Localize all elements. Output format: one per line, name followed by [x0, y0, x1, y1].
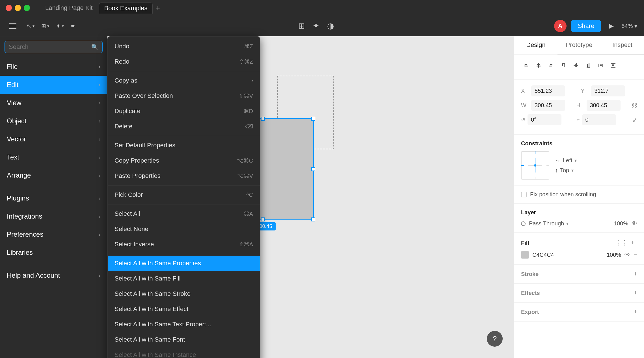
constrain-proportions-icon[interactable]: ⛓	[632, 102, 637, 109]
tab-add-button[interactable]: +	[154, 4, 162, 12]
layer-mode-select[interactable]: Pass Through ▾	[529, 220, 569, 227]
edit-dropdown-menu: Undo ⌘Z Redo ⇧⌘Z Copy as › Paste Over Se…	[107, 36, 260, 358]
fill-grid-icon[interactable]: ⋮⋮	[617, 238, 626, 247]
tab-book-examples[interactable]: Book Examples	[99, 3, 153, 14]
sidebar-item-preferences[interactable]: Preferences ›	[0, 225, 107, 243]
menu-item-paste-over[interactable]: Paste Over Selection ⇧⌘V	[108, 88, 260, 103]
menu-item-same-effect[interactable]: Select All with Same Effect	[108, 301, 260, 317]
export-header: Export +	[521, 308, 637, 316]
toolbar: ↖ ▾ ⊞ ▾ ✦ ▾ ✒ ⊞ ✦ ◑ A Share ▶	[0, 16, 644, 36]
layer-opacity[interactable]: 100%	[614, 220, 628, 227]
y-input[interactable]	[591, 85, 625, 96]
menu-item-same-instance[interactable]: Select All with Same Instance	[108, 347, 260, 358]
align-right-icon[interactable]	[546, 60, 556, 70]
fill-hex-value[interactable]: C4C4C4	[532, 252, 603, 258]
maximize-button[interactable]	[24, 5, 30, 11]
effects-title: Effects	[521, 290, 540, 296]
menu-item-same-fill[interactable]: Select All with Same Fill	[108, 271, 260, 286]
menu-item-same-stroke[interactable]: Select All with Same Stroke	[108, 286, 260, 301]
sidebar-item-integrations[interactable]: Integrations ›	[0, 207, 107, 225]
shape-tool[interactable]: ✦ ▾	[53, 21, 67, 31]
menu-item-undo[interactable]: Undo ⌘Z	[108, 39, 260, 54]
svg-rect-11	[564, 64, 565, 67]
fix-position-checkbox[interactable]	[521, 192, 527, 197]
menu-item-set-default[interactable]: Set Default Properties	[108, 138, 260, 153]
zoom-level[interactable]: 54% ▾	[621, 23, 637, 29]
menu-item-delete[interactable]: Delete ⌫	[108, 119, 260, 134]
fill-row: C4C4C4 100% 👁 −	[521, 251, 637, 259]
menu-item-pick-color[interactable]: Pick Color ^C	[108, 187, 260, 202]
align-left-icon[interactable]	[521, 60, 531, 70]
menu-item-select-all[interactable]: Select All ⌘A	[108, 206, 260, 221]
align-bottom-icon[interactable]	[583, 60, 593, 70]
tab-design[interactable]: Design	[514, 36, 557, 54]
pen-tool[interactable]: ✒	[68, 21, 78, 31]
menu-item-copy-properties[interactable]: Copy Properties ⌥⌘C	[108, 153, 260, 168]
sidebar-item-plugins[interactable]: Plugins ›	[0, 189, 107, 207]
menu-item-select-none[interactable]: Select None	[108, 221, 260, 237]
frame-tool[interactable]: ⊞ ▾	[38, 21, 52, 31]
corner-input[interactable]	[582, 114, 616, 125]
constraint-v-select[interactable]: ↕ Top ▾	[555, 167, 577, 174]
plugin-icon[interactable]: ✦	[313, 21, 319, 31]
search-input[interactable]	[9, 43, 88, 51]
select-tool[interactable]: ↖ ▾	[24, 21, 37, 31]
menu-item-copy-as[interactable]: Copy as ›	[108, 73, 260, 88]
angle-input[interactable]	[528, 114, 561, 125]
svg-rect-6	[553, 64, 553, 67]
sidebar-item-file[interactable]: File ›	[0, 58, 107, 76]
h-input[interactable]	[587, 100, 621, 111]
sidebar-item-object[interactable]: Object ›	[0, 112, 107, 130]
menu-item-same-properties[interactable]: Select All with Same Properties	[108, 256, 260, 271]
sidebar-item-help[interactable]: Help and Account ›	[0, 266, 107, 284]
menu-button[interactable]	[7, 20, 19, 32]
sidebar-item-help-arrow: ›	[99, 273, 100, 279]
align-center-v-icon[interactable]	[571, 60, 581, 70]
tab-inspect[interactable]: Inspect	[601, 36, 644, 54]
fullscreen-icon[interactable]: ⤢	[632, 117, 637, 123]
sidebar-item-view[interactable]: View ›	[0, 94, 107, 112]
fill-color-swatch[interactable]	[521, 251, 529, 259]
sidebar-item-text[interactable]: Text ›	[0, 148, 107, 166]
menu-separator-3	[108, 185, 260, 186]
sidebar-item-libraries[interactable]: Libraries	[0, 243, 107, 262]
effects-add-button[interactable]: +	[634, 289, 637, 297]
distribute-h-icon[interactable]	[596, 60, 606, 70]
menu-item-same-text-props[interactable]: Select All with Same Text Propert...	[108, 317, 260, 332]
copy-as-arrow: ›	[252, 78, 253, 83]
menu-item-redo[interactable]: Redo ⇧⌘Z	[108, 54, 260, 69]
tab-prototype[interactable]: Prototype	[557, 36, 601, 54]
svg-rect-14	[576, 63, 577, 67]
menu-item-select-inverse[interactable]: Select Inverse ⇧⌘A	[108, 237, 260, 252]
x-input[interactable]	[531, 85, 565, 96]
play-button[interactable]: ▶	[606, 20, 617, 32]
sidebar-item-arrange[interactable]: Arrange ›	[0, 166, 107, 184]
constraint-v-arrow: ↕	[555, 167, 558, 174]
component-icon[interactable]: ⊞	[298, 21, 305, 31]
export-add-button[interactable]: +	[634, 308, 637, 316]
sidebar-item-vector[interactable]: Vector ›	[0, 130, 107, 148]
fill-opacity-value[interactable]: 100%	[607, 252, 621, 258]
w-input[interactable]	[531, 100, 565, 111]
svg-rect-0	[524, 64, 524, 67]
distribute-v-icon[interactable]	[608, 60, 618, 70]
theme-icon[interactable]: ◑	[327, 21, 334, 31]
menu-item-paste-properties[interactable]: Paste Properties ⌥⌘V	[108, 168, 260, 184]
fill-visibility-icon[interactable]: 👁	[624, 252, 630, 258]
menu-item-duplicate[interactable]: Duplicate ⌘D	[108, 103, 260, 119]
close-button[interactable]	[6, 5, 12, 11]
help-button[interactable]: ?	[487, 331, 503, 347]
fill-add-button[interactable]: +	[628, 238, 637, 247]
w-field: W	[521, 100, 573, 111]
constraint-h-select[interactable]: ↔ Left ▾	[555, 157, 577, 164]
tab-landing-page-kit[interactable]: Landing Page Kit	[40, 3, 98, 13]
share-button[interactable]: Share	[571, 20, 601, 32]
layer-visibility-icon[interactable]: 👁	[632, 220, 637, 227]
sidebar-item-edit[interactable]: Edit ›	[0, 76, 107, 94]
stroke-add-button[interactable]: +	[634, 270, 637, 278]
menu-item-same-font[interactable]: Select All with Same Font	[108, 332, 260, 347]
minimize-button[interactable]	[15, 5, 21, 11]
align-top-icon[interactable]	[558, 60, 569, 70]
align-center-h-icon[interactable]	[533, 60, 544, 70]
fill-remove-button[interactable]: −	[634, 251, 637, 258]
